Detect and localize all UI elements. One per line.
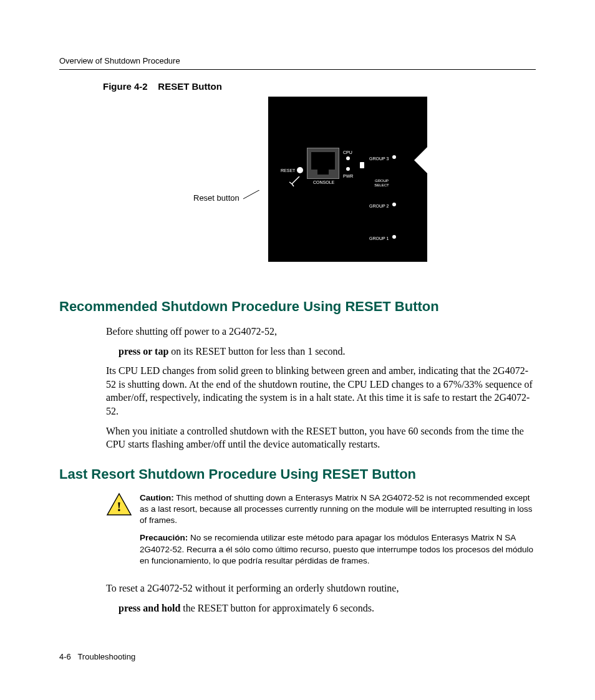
console-port xyxy=(307,148,339,179)
caution-icon: ! xyxy=(106,492,132,517)
caution-english: Caution: This method of shutting down a … xyxy=(140,492,536,527)
reset-button-dot xyxy=(297,167,303,173)
heading-recommended-shutdown: Recommended Shutdown Procedure Using RES… xyxy=(59,299,536,315)
label-console: CONSOLE xyxy=(313,180,334,185)
label-group-select: GROUPSELECT xyxy=(371,179,392,187)
text-s1-2-rest: on its RESET button for less than 1 seco… xyxy=(168,346,345,357)
para-s1-3: Its CPU LED changes from solid green to … xyxy=(106,364,536,418)
heading-last-resort-shutdown: Last Resort Shutdown Procedure Using RES… xyxy=(59,466,536,482)
caution-label: Caution: xyxy=(140,493,174,502)
bold-press-and-hold: press and hold xyxy=(119,603,180,613)
footer-page-number: 4-6 xyxy=(59,652,71,661)
led-pwr xyxy=(346,167,350,171)
header-rule xyxy=(59,69,536,70)
label-pwr: PWR xyxy=(343,174,353,178)
caution-block: ! Caution: This method of shutting down … xyxy=(106,492,536,573)
text-s2-2-rest: the RESET button for approximately 6 sec… xyxy=(180,603,374,613)
led-group2 xyxy=(392,203,396,206)
precaucion-es-text: No se recomienda utilizar este método pa… xyxy=(140,533,533,565)
para-s1-4: When you initiate a controlled shutdown … xyxy=(106,424,536,451)
page-footer: 4-6 Troubleshooting xyxy=(59,652,135,661)
figure-caption: Figure 4-2 RESET Button xyxy=(103,81,536,92)
caution-spanish: Precaución: No se recomienda utilizar es… xyxy=(140,532,536,567)
button-group-select xyxy=(360,162,364,168)
caution-en-text: This method of shutting down a Enterasys… xyxy=(140,493,533,525)
running-head: Overview of Shutdown Procedure xyxy=(59,56,536,65)
label-reset: RESET xyxy=(281,168,295,173)
para-s1-1: Before shutting off power to a 2G4072-52… xyxy=(106,325,536,338)
para-s1-2: press or tap on its RESET button for les… xyxy=(119,345,536,358)
footer-section: Troubleshooting xyxy=(77,652,135,661)
label-group1: GROUP 1 xyxy=(369,236,389,241)
figure-title: RESET Button xyxy=(158,81,222,92)
svg-text:!: ! xyxy=(117,499,121,514)
led-cpu xyxy=(346,156,350,160)
para-s2-1: To reset a 2G4072-52 without it performi… xyxy=(106,582,536,595)
precaucion-label: Precaución: xyxy=(140,533,188,542)
callout-reset-button: Reset button xyxy=(193,193,239,203)
label-group2: GROUP 2 xyxy=(369,204,389,208)
figure-label: Figure 4-2 xyxy=(103,81,148,92)
reset-arrow-icon xyxy=(287,176,303,188)
label-group3: GROUP 3 xyxy=(369,156,389,161)
figure-reset-button: Reset button CONSOLE RESET CPU PWR GROUP… xyxy=(59,97,536,284)
bold-press-or-tap: press or tap xyxy=(119,346,168,357)
device-panel: CONSOLE RESET CPU PWR GROUP 3 GROUPSELEC… xyxy=(268,97,427,262)
label-cpu: CPU xyxy=(343,150,352,155)
para-s2-2: press and hold the RESET button for appr… xyxy=(119,602,536,615)
led-group3 xyxy=(392,155,396,159)
led-group1 xyxy=(392,235,396,239)
device-notch xyxy=(414,146,428,174)
